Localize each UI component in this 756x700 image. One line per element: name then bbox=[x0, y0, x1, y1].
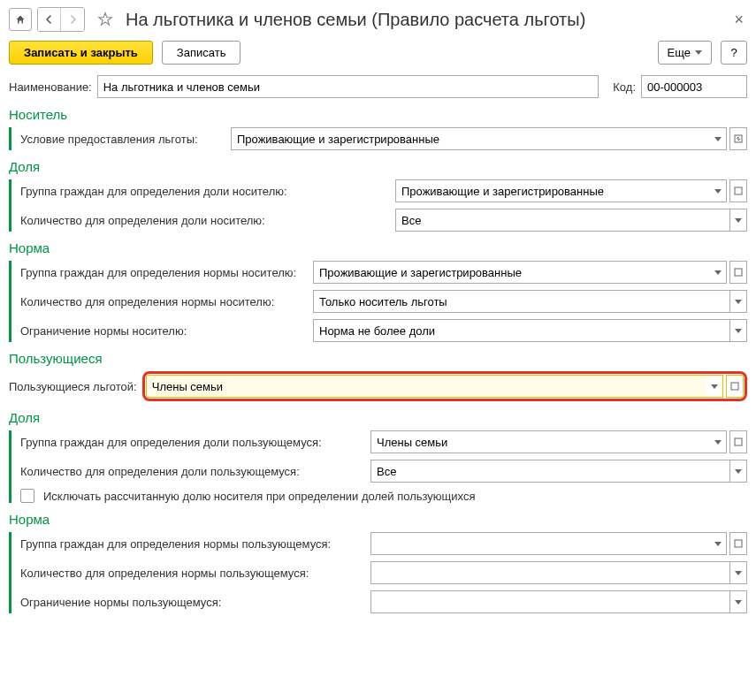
dropdown-button[interactable] bbox=[709, 179, 727, 202]
exclude-label: Исключать рассчитанную долю носителя при… bbox=[43, 490, 475, 503]
chevron-down-icon bbox=[714, 270, 722, 275]
svg-rect-4 bbox=[735, 438, 742, 445]
chevron-down-icon bbox=[735, 571, 742, 575]
users-share-group-input[interactable] bbox=[370, 430, 709, 453]
section-users-title: Пользующиеся bbox=[9, 351, 747, 366]
name-label: Наименование: bbox=[9, 80, 92, 94]
home-button[interactable] bbox=[9, 8, 32, 31]
dropdown-button[interactable] bbox=[709, 430, 727, 453]
users-share-group-label: Группа граждан для определения доли поль… bbox=[20, 436, 365, 449]
expand-icon bbox=[734, 268, 743, 277]
dropdown-button[interactable] bbox=[706, 375, 723, 398]
chevron-down-icon bbox=[714, 542, 722, 546]
code-label: Код: bbox=[613, 80, 636, 94]
chevron-down-icon bbox=[735, 329, 742, 333]
norm-group-label: Группа граждан для определения нормы нос… bbox=[20, 266, 308, 279]
norm-count-input[interactable] bbox=[313, 290, 729, 313]
chevron-down-icon bbox=[695, 50, 702, 55]
exclude-checkbox[interactable] bbox=[20, 489, 34, 503]
expand-icon bbox=[734, 134, 743, 143]
expand-icon bbox=[734, 186, 743, 195]
open-button[interactable] bbox=[729, 532, 747, 555]
norm-limit-input[interactable] bbox=[313, 319, 729, 342]
users-share-count-input[interactable] bbox=[370, 460, 729, 483]
dropdown-button[interactable] bbox=[729, 460, 747, 483]
open-button[interactable] bbox=[729, 179, 747, 202]
chevron-down-icon bbox=[735, 600, 742, 605]
norm-count-label: Количество для определения нормы носител… bbox=[20, 295, 308, 308]
users-benefit-label: Пользующиеся льготой: bbox=[9, 380, 137, 393]
norm-group-input[interactable] bbox=[313, 261, 709, 284]
users-norm-limit-input[interactable] bbox=[370, 590, 729, 613]
chevron-down-icon bbox=[735, 218, 742, 223]
carrier-condition-label: Условие предоставления льготы: bbox=[20, 133, 225, 146]
dropdown-button[interactable] bbox=[709, 532, 727, 555]
dropdown-button[interactable] bbox=[729, 209, 747, 232]
share-group-input[interactable] bbox=[395, 179, 709, 202]
open-button[interactable] bbox=[726, 375, 744, 398]
chevron-down-icon bbox=[714, 440, 722, 445]
dropdown-button[interactable] bbox=[729, 319, 747, 342]
forward-button[interactable] bbox=[61, 8, 84, 31]
section-carrier-title: Носитель bbox=[9, 107, 747, 122]
chevron-down-icon bbox=[711, 384, 718, 389]
expand-icon bbox=[730, 382, 739, 391]
section-users-share-title: Доля bbox=[9, 410, 747, 425]
close-button[interactable]: × bbox=[730, 11, 747, 29]
page-title: На льготника и членов семьи (Правило рас… bbox=[126, 10, 725, 30]
users-benefit-input[interactable] bbox=[146, 375, 706, 398]
dropdown-button[interactable] bbox=[729, 290, 747, 313]
expand-icon bbox=[734, 438, 743, 446]
svg-rect-1 bbox=[735, 187, 742, 194]
dropdown-button[interactable] bbox=[729, 561, 747, 584]
dropdown-button[interactable] bbox=[729, 590, 747, 613]
open-button[interactable] bbox=[729, 430, 747, 453]
star-icon bbox=[97, 11, 113, 27]
more-button[interactable]: Еще bbox=[658, 41, 712, 65]
users-norm-count-input[interactable] bbox=[370, 561, 729, 584]
svg-rect-5 bbox=[735, 540, 742, 547]
carrier-condition-input[interactable] bbox=[231, 127, 709, 150]
dropdown-button[interactable] bbox=[709, 261, 727, 284]
arrow-left-icon bbox=[44, 14, 55, 25]
back-button[interactable] bbox=[38, 8, 61, 31]
name-input[interactable] bbox=[97, 75, 599, 98]
share-count-input[interactable] bbox=[395, 209, 729, 232]
dropdown-button[interactable] bbox=[709, 127, 727, 150]
save-and-close-button[interactable]: Записать и закрыть bbox=[9, 41, 153, 65]
users-norm-count-label: Количество для определения нормы пользую… bbox=[20, 567, 365, 580]
open-button[interactable] bbox=[729, 261, 747, 284]
section-share-title: Доля bbox=[9, 159, 747, 174]
arrow-right-icon bbox=[67, 14, 78, 25]
chevron-down-icon bbox=[714, 137, 722, 141]
home-icon bbox=[15, 14, 26, 25]
norm-limit-label: Ограничение нормы носителю: bbox=[20, 324, 308, 338]
share-count-label: Количество для определения доли носителю… bbox=[20, 214, 390, 227]
expand-icon bbox=[734, 539, 743, 548]
section-users-norm-title: Норма bbox=[9, 512, 747, 527]
users-norm-group-input[interactable] bbox=[370, 532, 709, 555]
code-input[interactable] bbox=[641, 75, 747, 98]
users-norm-limit-label: Ограничение нормы пользующемуся: bbox=[20, 596, 365, 609]
open-button[interactable] bbox=[729, 127, 747, 150]
users-share-count-label: Количество для определения доли пользующ… bbox=[20, 465, 365, 478]
help-button[interactable]: ? bbox=[721, 41, 747, 65]
share-group-label: Группа граждан для определения доли носи… bbox=[20, 185, 390, 198]
users-norm-group-label: Группа граждан для определения нормы пол… bbox=[20, 537, 365, 551]
chevron-down-icon bbox=[714, 189, 722, 194]
section-norm-title: Норма bbox=[9, 240, 747, 255]
svg-rect-2 bbox=[735, 269, 742, 276]
save-button[interactable]: Записать bbox=[162, 41, 241, 65]
favorite-button[interactable] bbox=[95, 10, 115, 29]
chevron-down-icon bbox=[735, 469, 742, 474]
svg-rect-3 bbox=[731, 383, 738, 390]
chevron-down-icon bbox=[735, 300, 742, 304]
